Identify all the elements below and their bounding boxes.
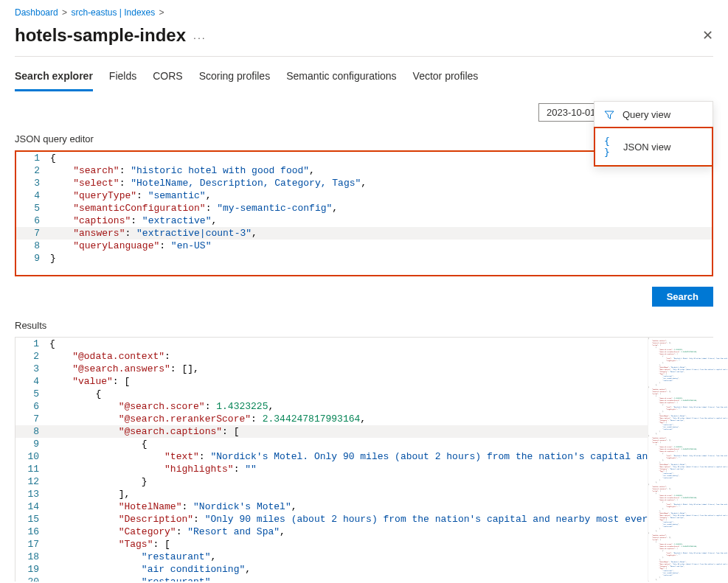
tab-cors[interactable]: CORS bbox=[153, 66, 182, 91]
code-line[interactable]: 19 "air conditioning", bbox=[15, 563, 713, 576]
line-number: 8 bbox=[15, 425, 49, 438]
search-row: Search bbox=[0, 276, 728, 314]
code-line[interactable]: 4 "queryType": "semantic", bbox=[16, 189, 712, 202]
code-content: "@search.answers": [], bbox=[49, 363, 713, 375]
line-number: 3 bbox=[15, 363, 49, 375]
line-number: 12 bbox=[15, 475, 49, 488]
view-item-query[interactable]: Query view bbox=[594, 102, 713, 128]
line-number: 3 bbox=[16, 177, 50, 189]
code-line[interactable]: 14 "HotelName": "Nordick's Motel", bbox=[15, 500, 713, 513]
code-content: "Category": "Resort and Spa", bbox=[49, 526, 713, 538]
code-line[interactable]: 17 "Tags": [ bbox=[15, 538, 713, 551]
breadcrumb-sep: > bbox=[159, 7, 164, 18]
code-content: "captions": "extractive", bbox=[50, 214, 712, 227]
code-content: "@odata.context": bbox=[49, 350, 713, 363]
code-line[interactable]: 2 "@odata.context": bbox=[15, 350, 713, 363]
code-line[interactable]: 15 "Description": "Only 90 miles (about … bbox=[15, 513, 713, 526]
code-line[interactable]: 6 "captions": "extractive", bbox=[16, 214, 712, 227]
results-label: Results bbox=[0, 314, 728, 334]
code-line[interactable]: 7 "@search.rerankerScore": 2.34424781799… bbox=[15, 413, 713, 425]
line-number: 11 bbox=[15, 463, 49, 475]
code-content: "@search.rerankerScore": 2.3442478179931… bbox=[49, 413, 713, 425]
code-content: "Description": "Only 90 miles (about 2 h… bbox=[49, 513, 713, 526]
view-item-json[interactable]: { } JSON view bbox=[594, 127, 713, 167]
tab-fields[interactable]: Fields bbox=[109, 66, 136, 91]
code-line[interactable]: 12 } bbox=[15, 475, 713, 488]
code-line[interactable]: 18 "restaurant", bbox=[15, 551, 713, 563]
view-item-label: JSON view bbox=[623, 142, 670, 153]
view-menu: Query view { } JSON view bbox=[594, 101, 713, 167]
line-number: 1 bbox=[16, 152, 50, 164]
code-line[interactable]: 1{ bbox=[15, 338, 713, 350]
line-number: 15 bbox=[15, 513, 49, 526]
code-content: "air conditioning", bbox=[49, 563, 713, 576]
code-line[interactable]: 3 "select": "HotelName, Description, Cat… bbox=[16, 177, 712, 189]
minimap[interactable]: { "@odata.context": "@search.answers": [… bbox=[648, 338, 727, 582]
line-number: 9 bbox=[16, 252, 50, 265]
code-content: { bbox=[49, 388, 713, 400]
code-content: "select": "HotelName, Description, Categ… bbox=[50, 177, 712, 189]
more-icon[interactable]: ... bbox=[193, 29, 207, 41]
code-line[interactable]: 7 "answers": "extractive|count-3", bbox=[16, 227, 712, 240]
code-content: "answers": "extractive|count-3", bbox=[50, 227, 712, 240]
code-content: "HotelName": "Nordick's Motel", bbox=[49, 500, 713, 513]
code-content: } bbox=[49, 475, 713, 488]
line-number: 6 bbox=[16, 214, 50, 227]
code-content: ], bbox=[49, 488, 713, 500]
code-line[interactable]: 9} bbox=[16, 252, 712, 265]
close-icon[interactable]: ✕ bbox=[702, 27, 713, 43]
line-number: 1 bbox=[15, 338, 49, 350]
code-content: { bbox=[49, 338, 713, 350]
code-line[interactable]: 4 "value": [ bbox=[15, 375, 713, 388]
braces-icon: { } bbox=[604, 136, 616, 158]
breadcrumb: Dashboard > srch-eastus | Indexes > bbox=[0, 0, 728, 21]
content-scroll[interactable]: Search explorer Fields CORS Scoring prof… bbox=[0, 57, 728, 582]
tab-semantic-configurations[interactable]: Semantic configurations bbox=[286, 66, 396, 91]
breadcrumb-sep: > bbox=[62, 7, 67, 18]
json-query-editor[interactable]: 1{2 "search": "historic hotel with good … bbox=[15, 150, 713, 276]
line-number: 10 bbox=[15, 450, 49, 463]
line-number: 18 bbox=[15, 551, 49, 563]
code-line[interactable]: 6 "@search.score": 1.4323225, bbox=[15, 400, 713, 413]
breadcrumb-resource[interactable]: srch-eastus | Indexes bbox=[71, 7, 155, 18]
code-content: "@search.captions": [ bbox=[49, 425, 713, 438]
line-number: 7 bbox=[15, 413, 49, 425]
tab-scoring-profiles[interactable]: Scoring profiles bbox=[199, 66, 271, 91]
code-content: "Tags": [ bbox=[49, 538, 713, 551]
page-title: hotels-sample-index bbox=[15, 25, 186, 46]
code-line[interactable]: 11 "highlights": "" bbox=[15, 463, 713, 475]
line-number: 5 bbox=[16, 202, 50, 214]
code-line[interactable]: 9 { bbox=[15, 438, 713, 450]
code-content: } bbox=[50, 252, 712, 265]
code-content: "restaurant", bbox=[49, 551, 713, 563]
search-button[interactable]: Search bbox=[652, 287, 713, 307]
code-line[interactable]: 10 "text": "Nordick's Motel. Only 90 mil… bbox=[15, 450, 713, 463]
tab-search-explorer[interactable]: Search explorer bbox=[15, 66, 93, 91]
line-number: 13 bbox=[15, 488, 49, 500]
code-line[interactable]: 13 ], bbox=[15, 488, 713, 500]
line-number: 2 bbox=[16, 164, 50, 177]
view-item-label: Query view bbox=[623, 109, 670, 120]
code-line[interactable]: 5 { bbox=[15, 388, 713, 400]
code-content: { bbox=[49, 438, 713, 450]
page-header: hotels-sample-index ... ✕ bbox=[0, 21, 728, 56]
line-number: 4 bbox=[15, 375, 49, 388]
line-number: 20 bbox=[15, 576, 49, 582]
line-number: 9 bbox=[15, 438, 49, 450]
tab-vector-profiles[interactable]: Vector profiles bbox=[413, 66, 479, 91]
code-line[interactable]: 5 "semanticConfiguration": "my-semantic-… bbox=[16, 202, 712, 214]
breadcrumb-dashboard[interactable]: Dashboard bbox=[15, 7, 58, 18]
code-line[interactable]: 8 "@search.captions": [ bbox=[15, 425, 713, 438]
code-content: "semanticConfiguration": "my-semantic-co… bbox=[50, 202, 712, 214]
code-line[interactable]: 16 "Category": "Resort and Spa", bbox=[15, 526, 713, 538]
line-number: 4 bbox=[16, 189, 50, 202]
results-viewer[interactable]: 1{2 "@odata.context":3 "@search.answers"… bbox=[15, 337, 713, 582]
tabs: Search explorer Fields CORS Scoring prof… bbox=[0, 66, 728, 91]
code-content: "text": "Nordick's Motel. Only 90 miles … bbox=[49, 450, 713, 463]
code-line[interactable]: 8 "queryLanguage": "en-US" bbox=[16, 240, 712, 252]
line-number: 2 bbox=[15, 350, 49, 363]
line-number: 16 bbox=[15, 526, 49, 538]
code-content: "restaurant" bbox=[49, 576, 713, 582]
code-line[interactable]: 3 "@search.answers": [], bbox=[15, 363, 713, 375]
code-line[interactable]: 20 "restaurant" bbox=[15, 576, 713, 582]
